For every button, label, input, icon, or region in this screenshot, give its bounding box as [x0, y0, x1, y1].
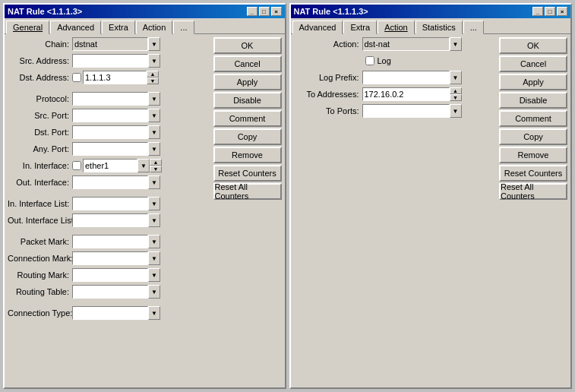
chain-input[interactable]: [72, 37, 148, 51]
right-minimize-button[interactable]: _: [532, 7, 543, 16]
protocol-input[interactable]: [72, 92, 148, 106]
tab-advanced-right[interactable]: Advanced: [292, 21, 343, 34]
log-row: Log: [294, 54, 497, 68]
packet-mark-dropdown[interactable]: ▼: [148, 235, 160, 248]
left-remove-button[interactable]: Remove: [213, 147, 282, 163]
right-remove-button[interactable]: Remove: [499, 147, 567, 163]
left-reset-counters-button[interactable]: Reset Counters: [213, 165, 282, 182]
tab-more-right[interactable]: ...: [463, 21, 484, 34]
protocol-dropdown[interactable]: ▼: [148, 92, 160, 106]
log-checkbox[interactable]: [365, 56, 374, 65]
dst-address-down[interactable]: ▼: [147, 77, 159, 84]
to-addresses-input[interactable]: [362, 87, 450, 101]
out-interface-input[interactable]: [72, 175, 148, 189]
tab-extra-left[interactable]: Extra: [102, 21, 135, 34]
src-port-input[interactable]: [72, 109, 148, 122]
protocol-container: ▼: [72, 92, 160, 106]
connection-type-dropdown[interactable]: ▼: [148, 306, 160, 320]
left-ok-button[interactable]: OK: [213, 37, 282, 54]
left-minimize-button[interactable]: _: [247, 7, 257, 16]
right-cancel-button[interactable]: Cancel: [499, 55, 567, 72]
routing-table-row: Routing Table: ▼: [8, 285, 210, 299]
to-ports-dropdown[interactable]: ▼: [450, 104, 462, 118]
dst-address-input[interactable]: [83, 71, 147, 84]
action-input[interactable]: [362, 37, 450, 51]
routing-table-input[interactable]: [72, 285, 148, 299]
any-port-dropdown[interactable]: ▼: [148, 142, 160, 156]
to-addresses-label: To Addresses:: [294, 90, 362, 99]
in-interface-input[interactable]: [83, 159, 137, 172]
right-comment-button[interactable]: Comment: [499, 110, 567, 127]
right-ok-button[interactable]: OK: [499, 37, 567, 54]
tab-extra-right[interactable]: Extra: [343, 21, 377, 34]
out-interface-list-row: Out. Interface List: ▼: [8, 213, 210, 227]
dst-address-checkbox[interactable]: [72, 73, 81, 82]
left-tabs-bar: General Advanced Extra Action ...: [5, 18, 285, 34]
connection-mark-input[interactable]: [72, 251, 148, 265]
right-reset-all-counters-button[interactable]: Reset All Counters: [499, 183, 567, 200]
left-close-button[interactable]: ×: [271, 7, 282, 16]
to-addresses-row: To Addresses: ▲ ▼: [294, 87, 497, 101]
in-interface-up[interactable]: ▲: [150, 159, 162, 166]
dst-port-input[interactable]: [72, 125, 148, 139]
any-port-input[interactable]: [72, 142, 148, 156]
tab-action-right[interactable]: Action: [378, 21, 415, 34]
routing-table-dropdown[interactable]: ▼: [148, 285, 160, 299]
log-prefix-dropdown[interactable]: ▼: [450, 71, 462, 84]
log-checkbox-container: Log: [362, 56, 391, 65]
packet-mark-input[interactable]: [72, 235, 148, 248]
in-interface-list-dropdown[interactable]: ▼: [148, 197, 160, 210]
log-prefix-input[interactable]: [362, 71, 450, 84]
dst-port-label: Dst. Port:: [8, 128, 72, 137]
routing-mark-row: Routing Mark: ▼: [8, 268, 210, 282]
out-interface-list-dropdown[interactable]: ▼: [148, 213, 160, 227]
routing-mark-input[interactable]: [72, 268, 148, 282]
right-copy-button[interactable]: Copy: [499, 128, 567, 145]
in-interface-checkbox[interactable]: [72, 161, 81, 170]
out-interface-dropdown[interactable]: ▼: [148, 175, 160, 189]
src-port-dropdown[interactable]: ▼: [148, 109, 160, 122]
src-address-row: Src. Address: ▼: [8, 54, 210, 68]
src-address-input[interactable]: [72, 54, 148, 68]
tab-action-left[interactable]: Action: [136, 21, 173, 34]
out-interface-list-container: ▼: [72, 213, 160, 227]
to-addresses-up[interactable]: ▲: [450, 87, 462, 94]
routing-mark-dropdown[interactable]: ▼: [148, 268, 160, 282]
right-maximize-button[interactable]: □: [545, 7, 555, 16]
dst-port-dropdown[interactable]: ▼: [148, 125, 160, 139]
to-ports-input[interactable]: [362, 104, 450, 118]
right-reset-counters-button[interactable]: Reset Counters: [499, 165, 567, 182]
left-comment-button[interactable]: Comment: [213, 110, 282, 127]
action-dropdown[interactable]: ▼: [450, 37, 462, 51]
out-interface-list-input[interactable]: [72, 213, 148, 227]
connection-mark-row: Connection Mark: ▼: [8, 251, 210, 265]
chain-dropdown-arrow[interactable]: ▼: [148, 37, 160, 51]
dst-address-up[interactable]: ▲: [147, 71, 159, 77]
tab-general[interactable]: General: [6, 21, 49, 34]
src-address-dropdown[interactable]: ▼: [148, 54, 160, 68]
to-addresses-down[interactable]: ▼: [450, 94, 462, 101]
connection-mark-dropdown[interactable]: ▼: [148, 251, 160, 265]
separator4: [8, 302, 210, 305]
right-disable-button[interactable]: Disable: [499, 92, 567, 109]
tab-advanced-left[interactable]: Advanced: [50, 21, 101, 34]
left-apply-button[interactable]: Apply: [213, 74, 282, 90]
in-interface-dropdown[interactable]: ▼: [137, 159, 150, 172]
left-reset-all-counters-button[interactable]: Reset All Counters: [213, 183, 282, 200]
right-close-button[interactable]: ×: [557, 7, 567, 16]
right-window-title: NAT Rule <1.1.1.3>: [294, 7, 368, 16]
right-apply-button[interactable]: Apply: [499, 74, 567, 90]
tab-statistics-right[interactable]: Statistics: [415, 21, 463, 34]
connection-type-input[interactable]: [72, 306, 148, 320]
left-maximize-button[interactable]: □: [259, 7, 270, 16]
in-interface-list-input[interactable]: [72, 197, 148, 210]
left-cancel-button[interactable]: Cancel: [213, 55, 282, 72]
right-form-panel: Action: ▼ Log Log Prefix: ▼: [294, 37, 497, 384]
left-disable-button[interactable]: Disable: [213, 92, 282, 109]
in-interface-down[interactable]: ▼: [150, 166, 162, 172]
right-tabs-bar: Advanced Extra Action Statistics ...: [291, 18, 571, 34]
src-port-container: ▼: [72, 109, 160, 122]
tab-more-left[interactable]: ...: [173, 21, 194, 34]
action-row: Action: ▼: [294, 37, 497, 51]
left-copy-button[interactable]: Copy: [213, 128, 282, 145]
